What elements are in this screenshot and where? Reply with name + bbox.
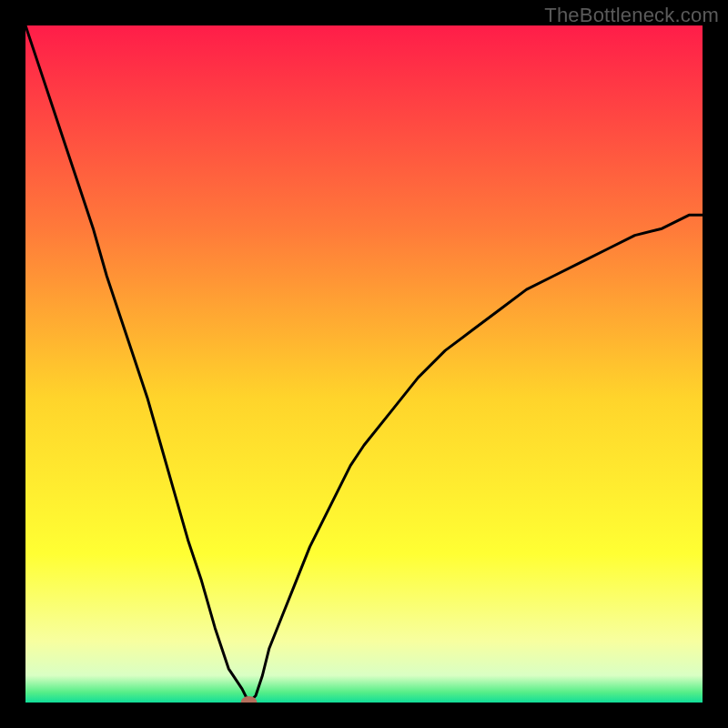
watermark-text: TheBottleneck.com xyxy=(544,4,719,27)
plot-area xyxy=(25,25,703,703)
chart-frame: TheBottleneck.com xyxy=(0,0,728,728)
optimal-point-marker xyxy=(25,25,703,703)
svg-point-1 xyxy=(241,696,258,703)
